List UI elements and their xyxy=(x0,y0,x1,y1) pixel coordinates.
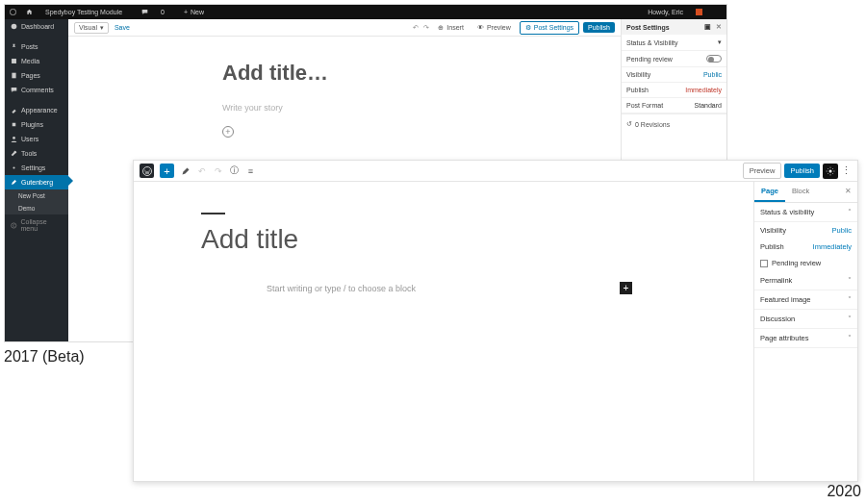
visibility-row: VisibilityPublic xyxy=(754,222,857,239)
title-input[interactable]: Add title… xyxy=(222,61,621,86)
sidebar-item-tools[interactable]: Tools xyxy=(5,146,68,161)
discussion-section[interactable]: Discussion˅ xyxy=(754,310,857,329)
save-link[interactable]: Save xyxy=(115,24,130,31)
svg-point-1 xyxy=(12,24,17,30)
settings-button[interactable] xyxy=(823,164,838,179)
howdy-user[interactable]: Howdy, Eric xyxy=(648,9,712,15)
top-toolbar: + ↶ ↷ ⓘ ≡ Preview Publish ⋮ xyxy=(134,161,857,182)
status-visibility-section[interactable]: Status & Visibility▾ xyxy=(622,35,726,51)
sidebar-item-media[interactable]: Media xyxy=(5,54,68,68)
edit-mode-button[interactable] xyxy=(178,164,192,178)
sidebar-item-posts[interactable]: Posts xyxy=(5,39,68,54)
brush-icon xyxy=(11,107,17,113)
editor-toolbar: Visual▾ Save ↶ ↷ ⊕Insert 👁Preview ⚙Post … xyxy=(68,19,621,37)
permalink-section[interactable]: Permalink˅ xyxy=(754,271,857,290)
status-visibility-section[interactable]: Status & visibility˄ xyxy=(754,203,857,222)
sidebar-item-pages[interactable]: Pages xyxy=(5,68,68,83)
publish-row: PublishImmediately xyxy=(754,239,857,255)
publish-button[interactable]: Publish xyxy=(583,22,615,33)
caption-2017: 2017 (Beta) xyxy=(4,348,85,365)
avatar-icon xyxy=(696,9,702,15)
add-block-button[interactable]: + xyxy=(222,126,234,138)
outline-button[interactable]: ≡ xyxy=(243,164,258,178)
dashboard-icon xyxy=(11,23,17,30)
more-menu-button[interactable]: ⋮ xyxy=(841,164,852,177)
popout-icon[interactable]: ▣ xyxy=(704,23,711,31)
tab-page[interactable]: Page xyxy=(754,182,785,202)
user-icon xyxy=(11,136,17,142)
format-value[interactable]: Standard xyxy=(695,102,722,109)
new-link[interactable]: + New xyxy=(184,9,214,15)
wp-logo-icon[interactable] xyxy=(140,164,154,178)
wrench-icon xyxy=(11,150,17,157)
sidebar-sub-newpost[interactable]: New Post xyxy=(5,189,68,202)
visibility-value[interactable]: Public xyxy=(832,226,852,235)
undo-button[interactable]: ↶ xyxy=(413,24,419,32)
media-icon xyxy=(11,58,17,64)
sidebar-item-dashboard[interactable]: Dashboard xyxy=(5,19,68,34)
pending-review-row: Pending review xyxy=(754,255,857,271)
format-row: Post FormatStandard xyxy=(622,98,726,113)
collapse-icon xyxy=(11,222,17,229)
preview-button[interactable]: Preview xyxy=(743,163,782,179)
page-icon xyxy=(11,72,17,79)
page-attributes-section[interactable]: Page attributes˅ xyxy=(754,329,857,348)
preview-button[interactable]: 👁Preview xyxy=(472,22,516,33)
history-icon: ↺ xyxy=(626,120,632,128)
chevron-down-icon: ▾ xyxy=(718,38,722,46)
block-inserter-button[interactable]: + xyxy=(160,164,174,178)
pending-review-row: Pending review xyxy=(622,51,726,67)
pending-toggle[interactable] xyxy=(706,55,722,63)
settings-panel: Page Block ✕ Status & visibility˄ Visibi… xyxy=(753,182,857,481)
close-panel-icon[interactable]: ✕ xyxy=(839,182,857,202)
panel-tabs: Page Block ✕ xyxy=(754,182,857,203)
editor-canvas[interactable]: Add title Start writing or type / to cho… xyxy=(134,182,753,481)
svg-point-0 xyxy=(10,9,15,14)
sidebar-item-users[interactable]: Users xyxy=(5,132,68,146)
svg-rect-2 xyxy=(12,59,16,63)
svg-point-5 xyxy=(13,137,15,139)
pending-checkbox[interactable] xyxy=(760,260,768,267)
gutenberg-2020-window: + ↶ ↷ ⓘ ≡ Preview Publish ⋮ Add title St… xyxy=(133,160,858,482)
comments-link[interactable]: 0 xyxy=(141,9,174,15)
site-title[interactable]: Spedyboy Testing Module xyxy=(26,9,132,15)
sidebar-item-plugins[interactable]: Plugins xyxy=(5,117,68,132)
insert-button[interactable]: ⊕Insert xyxy=(433,22,469,34)
revisions-link[interactable]: ↺0 Revisions xyxy=(622,113,726,134)
sidebar-item-gutenberg[interactable]: Gutenberg xyxy=(5,175,68,189)
redo-button[interactable]: ↷ xyxy=(211,164,225,178)
undo-button[interactable]: ↶ xyxy=(194,164,209,178)
publish-value[interactable]: Immediately xyxy=(813,242,852,251)
sidebar-item-settings[interactable]: Settings xyxy=(5,161,68,175)
chevron-down-icon: ˅ xyxy=(848,334,852,342)
comment-icon xyxy=(11,87,17,93)
publish-value[interactable]: Immediately xyxy=(685,87,722,93)
title-input[interactable]: Add title xyxy=(201,224,753,255)
featured-image-section[interactable]: Featured image˅ xyxy=(754,290,857,310)
block-placeholder[interactable]: Start writing or type / to choose a bloc… xyxy=(267,282,632,294)
svg-point-6 xyxy=(13,166,14,168)
visibility-row: VisibilityPublic xyxy=(622,67,726,83)
pencil-icon xyxy=(11,179,17,186)
svg-rect-3 xyxy=(12,73,15,79)
chevron-down-icon: ˅ xyxy=(848,276,852,285)
redo-button[interactable]: ↷ xyxy=(423,24,429,32)
details-button[interactable]: ⓘ xyxy=(227,164,242,178)
plug-icon xyxy=(11,121,17,128)
body-placeholder[interactable]: Write your story xyxy=(222,103,621,113)
chevron-down-icon: ▾ xyxy=(100,24,104,32)
wp-logo-icon[interactable] xyxy=(10,9,16,15)
tab-block[interactable]: Block xyxy=(785,182,816,202)
close-icon[interactable]: ✕ xyxy=(716,23,722,31)
publish-button[interactable]: Publish xyxy=(784,164,820,178)
collapse-menu[interactable]: Collapse menu xyxy=(5,214,68,236)
mode-selector[interactable]: Visual▾ xyxy=(74,22,109,34)
sidebar-item-appearance[interactable]: Appearance xyxy=(5,103,68,117)
admin-bar: Spedyboy Testing Module 0 + New Howdy, E… xyxy=(5,5,726,19)
inline-inserter-button[interactable]: + xyxy=(620,282,632,294)
caption-2020: 2020 xyxy=(827,483,861,500)
visibility-value[interactable]: Public xyxy=(703,71,722,78)
sidebar-item-comments[interactable]: Comments xyxy=(5,83,68,97)
sidebar-sub-demo[interactable]: Demo xyxy=(5,202,68,214)
post-settings-button[interactable]: ⚙Post Settings xyxy=(520,21,579,35)
